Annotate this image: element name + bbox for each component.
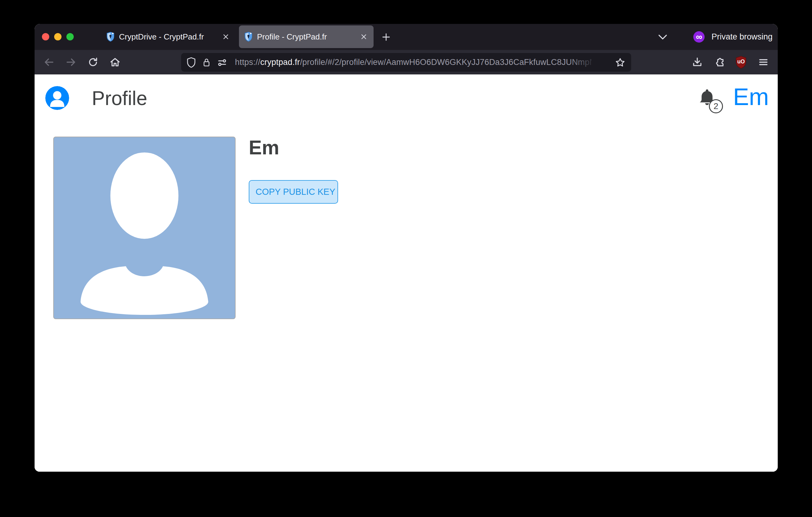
url-domain: cryptpad.fr	[260, 58, 300, 67]
tab-title: CryptDrive - CryptPad.fr	[119, 32, 220, 42]
person-silhouette-icon	[54, 137, 235, 319]
url-bar[interactable]: https://cryptpad.fr/profile/#/2/profile/…	[181, 53, 631, 72]
url-path: /profile/#/2/profile/view/AamwH6O6DW6GKK…	[300, 58, 591, 67]
home-button[interactable]	[107, 54, 123, 70]
permissions-sliders-icon[interactable]	[216, 57, 228, 68]
tab-close-icon[interactable]	[220, 31, 231, 42]
star-icon	[615, 57, 626, 68]
tab-close-icon[interactable]	[358, 31, 369, 42]
ublock-origin-button[interactable]: uO	[733, 54, 749, 70]
hamburger-menu-icon	[757, 56, 769, 68]
private-browsing-mask-icon: ∞	[693, 31, 705, 43]
plus-icon	[381, 32, 391, 42]
reload-icon	[87, 57, 98, 68]
tab-bar: CryptDrive - CryptPad.fr Profile - Crypt…	[35, 24, 778, 50]
tab-profile[interactable]: Profile - CryptPad.fr	[239, 25, 374, 48]
toolbar-username-link[interactable]: Em	[733, 85, 769, 109]
user-menu-avatar-button[interactable]	[45, 86, 69, 110]
new-tab-button[interactable]	[379, 30, 394, 45]
copy-public-key-button[interactable]: COPY PUBLIC KEY	[249, 180, 338, 204]
svg-text:uO: uO	[737, 58, 745, 65]
downloads-button[interactable]	[689, 54, 705, 70]
tab-title: Profile - CryptPad.fr	[257, 32, 358, 42]
reload-button[interactable]	[85, 54, 101, 70]
extensions-button[interactable]	[712, 54, 728, 70]
window-close-button[interactable]	[42, 33, 49, 40]
profile-avatar-placeholder	[53, 137, 236, 319]
forward-arrow-icon	[65, 56, 77, 68]
url-fade-overlay	[568, 54, 605, 71]
back-button[interactable]	[41, 54, 57, 70]
window-zoom-button[interactable]	[66, 33, 74, 40]
user-avatar-icon	[45, 86, 69, 110]
home-icon	[109, 56, 121, 68]
puzzle-piece-icon	[714, 56, 725, 68]
url-scheme: https://	[235, 58, 260, 67]
tab-cryptdrive[interactable]: CryptDrive - CryptPad.fr	[101, 25, 236, 48]
cryptpad-favicon	[106, 32, 115, 42]
back-arrow-icon	[43, 56, 55, 68]
forward-button[interactable]	[63, 54, 79, 70]
private-browsing-indicator: ∞ Private browsing	[693, 24, 773, 50]
profile-display-name: Em	[249, 138, 279, 158]
url-text: https://cryptpad.fr/profile/#/2/profile/…	[235, 58, 591, 67]
download-icon	[692, 56, 703, 68]
page-title: Profile	[92, 87, 147, 109]
tracking-protection-shield-icon[interactable]	[186, 57, 196, 68]
cryptpad-profile-page: Profile 2 Em Em COPY PUBLIC KEY	[35, 75, 778, 472]
app-menu-button[interactable]	[755, 54, 771, 70]
list-all-tabs-button[interactable]	[654, 31, 671, 43]
notifications-button[interactable]: 2	[698, 88, 724, 114]
navigation-toolbar: https://cryptpad.fr/profile/#/2/profile/…	[35, 50, 778, 75]
bookmark-star-button[interactable]	[613, 55, 628, 70]
browser-window: CryptDrive - CryptPad.fr Profile - Crypt…	[35, 24, 778, 472]
private-browsing-label: Private browsing	[711, 32, 773, 42]
window-minimize-button[interactable]	[54, 33, 61, 40]
chevron-down-icon	[658, 34, 668, 40]
copy-public-key-label: COPY PUBLIC KEY	[256, 187, 335, 197]
ublock-shield-icon: uO	[734, 55, 748, 69]
notification-count-badge: 2	[709, 99, 723, 113]
cryptpad-favicon	[244, 32, 253, 42]
connection-secure-lock-icon[interactable]	[202, 57, 211, 68]
